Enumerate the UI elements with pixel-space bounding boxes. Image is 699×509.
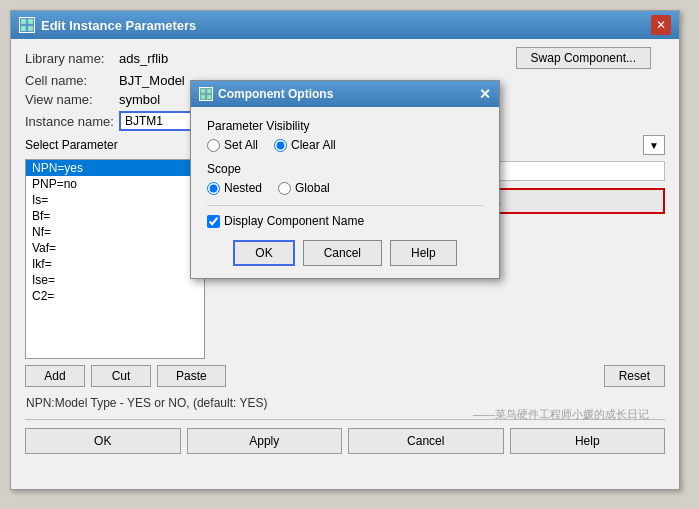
library-label: Library name: bbox=[25, 51, 115, 66]
global-radio[interactable] bbox=[278, 182, 291, 195]
scope-group: Nested Global bbox=[207, 181, 483, 195]
instance-label: Instance name: bbox=[25, 114, 115, 129]
cancel-button[interactable]: Cancel bbox=[348, 428, 504, 454]
global-label: Global bbox=[295, 181, 330, 195]
param-list[interactable]: NPN=yesPNP=noIs=Bf=Nf=Vaf=Ikf=Ise=C2= bbox=[25, 159, 205, 359]
dialog-title-bar: Component Options ✕ bbox=[191, 81, 499, 107]
paste-button[interactable]: Paste bbox=[157, 365, 226, 387]
swap-component-button[interactable]: Swap Component... bbox=[516, 47, 651, 69]
scope-label: Scope bbox=[207, 162, 483, 176]
list-item[interactable]: Ise= bbox=[26, 272, 204, 288]
select-param-label: Select Parameter bbox=[25, 138, 118, 152]
list-item[interactable]: NPN=yes bbox=[26, 160, 204, 176]
svg-rect-3 bbox=[28, 26, 33, 31]
svg-rect-0 bbox=[21, 19, 26, 24]
svg-rect-6 bbox=[201, 95, 205, 99]
list-item[interactable]: Is= bbox=[26, 192, 204, 208]
reset-button[interactable]: Reset bbox=[604, 365, 665, 387]
dialog-divider bbox=[207, 205, 483, 206]
display-component-name-checkbox[interactable] bbox=[207, 215, 220, 228]
title-bar-left: Edit Instance Parameters bbox=[19, 17, 196, 33]
list-item[interactable]: Ikf= bbox=[26, 256, 204, 272]
svg-rect-5 bbox=[207, 89, 211, 93]
set-all-label: Set All bbox=[224, 138, 258, 152]
nested-radio[interactable] bbox=[207, 182, 220, 195]
dialog-ok-button[interactable]: OK bbox=[233, 240, 294, 266]
dialog-title-left: Component Options bbox=[199, 87, 333, 101]
nested-option[interactable]: Nested bbox=[207, 181, 262, 195]
param-visibility-group: Set All Clear All bbox=[207, 138, 483, 152]
list-item[interactable]: C2= bbox=[26, 288, 204, 304]
main-window-icon bbox=[19, 17, 35, 33]
global-option[interactable]: Global bbox=[278, 181, 330, 195]
dialog-help-button[interactable]: Help bbox=[390, 240, 457, 266]
library-row: Library name: ads_rflib Swap Component..… bbox=[25, 47, 665, 69]
main-window-title: Edit Instance Parameters bbox=[41, 18, 196, 33]
add-button[interactable]: Add bbox=[25, 365, 85, 387]
dialog-buttons: OK Cancel Help bbox=[207, 240, 483, 266]
main-title-bar: Edit Instance Parameters ✕ bbox=[11, 11, 679, 39]
list-item[interactable]: Nf= bbox=[26, 224, 204, 240]
library-value: ads_rflib bbox=[119, 51, 168, 66]
view-label: View name: bbox=[25, 92, 115, 107]
set-all-radio[interactable] bbox=[207, 139, 220, 152]
view-value: symbol bbox=[119, 92, 160, 107]
svg-rect-4 bbox=[201, 89, 205, 93]
set-all-option[interactable]: Set All bbox=[207, 138, 258, 152]
cell-value: BJT_Model bbox=[119, 73, 185, 88]
svg-rect-1 bbox=[28, 19, 33, 24]
svg-rect-7 bbox=[207, 95, 211, 99]
main-close-button[interactable]: ✕ bbox=[651, 15, 671, 35]
clear-all-label: Clear All bbox=[291, 138, 336, 152]
nested-label: Nested bbox=[224, 181, 262, 195]
cell-label: Cell name: bbox=[25, 73, 115, 88]
list-item[interactable]: PNP=no bbox=[26, 176, 204, 192]
clear-all-radio[interactable] bbox=[274, 139, 287, 152]
cut-button[interactable]: Cut bbox=[91, 365, 151, 387]
clear-all-option[interactable]: Clear All bbox=[274, 138, 336, 152]
dialog-title-text: Component Options bbox=[218, 87, 333, 101]
svg-rect-2 bbox=[21, 26, 26, 31]
apply-button[interactable]: Apply bbox=[187, 428, 343, 454]
list-item[interactable]: Bf= bbox=[26, 208, 204, 224]
list-item[interactable]: Vaf= bbox=[26, 240, 204, 256]
dialog-icon bbox=[199, 87, 213, 101]
dialog-close-button[interactable]: ✕ bbox=[479, 87, 491, 101]
component-options-dialog: Component Options ✕ Parameter Visibility… bbox=[190, 80, 500, 279]
dialog-body: Parameter Visibility Set All Clear All S… bbox=[191, 107, 499, 278]
ok-bottom-button[interactable]: OK bbox=[25, 428, 181, 454]
display-component-name-row[interactable]: Display Component Name bbox=[207, 214, 483, 228]
watermark: ——菜鸟硬件工程师小媛的成长日记 bbox=[473, 407, 649, 422]
param-visibility-label: Parameter Visibility bbox=[207, 119, 483, 133]
param-dropdown-arrow[interactable]: ▼ bbox=[643, 135, 665, 155]
dialog-cancel-button[interactable]: Cancel bbox=[303, 240, 382, 266]
display-component-name-label: Display Component Name bbox=[224, 214, 364, 228]
help-bottom-button[interactable]: Help bbox=[510, 428, 666, 454]
